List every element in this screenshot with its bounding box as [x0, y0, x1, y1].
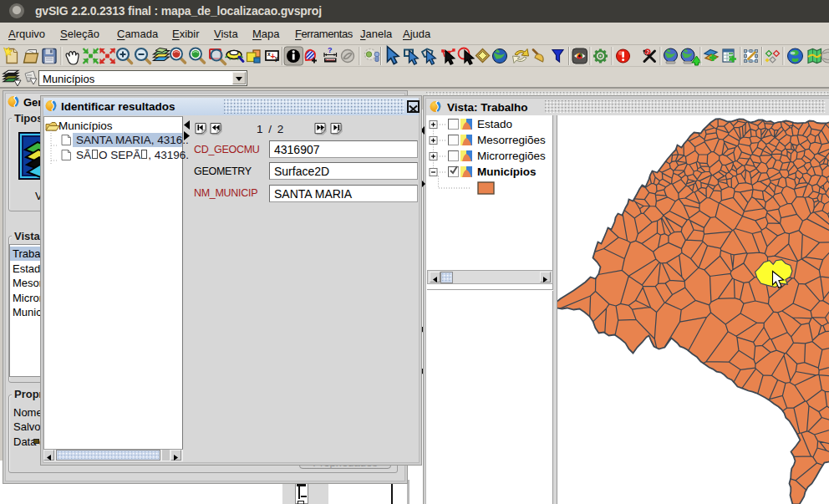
svg-text:?: ? [328, 46, 333, 54]
svg-text:y: y [275, 55, 278, 62]
